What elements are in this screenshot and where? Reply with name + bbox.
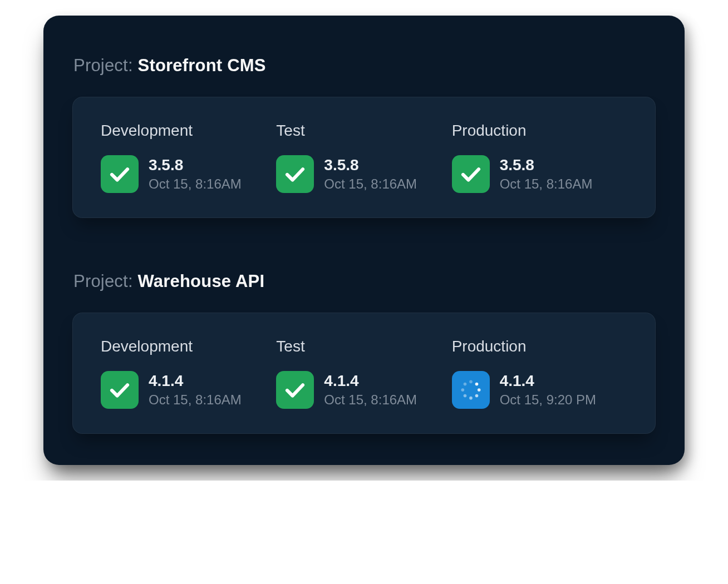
- env-development[interactable]: Development 4.1.4 Oct 15, 8:16AM: [101, 338, 276, 409]
- env-production[interactable]: Production 3.5.8 Oct 15, 8:16AM: [452, 122, 627, 193]
- env-version: 3.5.8: [149, 156, 242, 175]
- env-timestamp: Oct 15, 9:20 PM: [500, 391, 596, 408]
- env-version: 4.1.4: [149, 372, 242, 390]
- env-status-text: 3.5.8 Oct 15, 8:16AM: [149, 156, 242, 193]
- env-status-row: 4.1.4 Oct 15, 8:16AM: [276, 371, 451, 409]
- env-status-row: 4.1.4 Oct 15, 8:16AM: [101, 371, 276, 409]
- env-status-text: 3.5.8 Oct 15, 8:16AM: [500, 156, 593, 193]
- svg-point-4: [469, 397, 473, 400]
- env-status-row: 3.5.8 Oct 15, 8:16AM: [452, 155, 627, 193]
- env-timestamp: Oct 15, 8:16AM: [149, 175, 242, 192]
- env-version: 4.1.4: [500, 372, 596, 390]
- svg-point-2: [478, 388, 481, 392]
- env-status-text: 3.5.8 Oct 15, 8:16AM: [324, 156, 417, 193]
- env-version: 3.5.8: [500, 156, 593, 175]
- svg-point-7: [463, 383, 466, 386]
- env-label: Production: [452, 122, 627, 140]
- project-header: Project: Warehouse API: [72, 271, 656, 291]
- env-production[interactable]: Production: [452, 338, 627, 409]
- env-test[interactable]: Test 4.1.4 Oct 15, 8:16AM: [276, 338, 451, 409]
- env-status-text: 4.1.4 Oct 15, 8:16AM: [149, 372, 242, 409]
- svg-point-5: [463, 394, 466, 398]
- project-header: Project: Storefront CMS: [72, 56, 656, 76]
- project-prefix-label: Project:: [73, 271, 138, 291]
- deployments-panel: Project: Storefront CMS Development 3.5.…: [43, 16, 685, 465]
- spinner-icon: [452, 371, 490, 409]
- svg-point-6: [461, 388, 464, 392]
- project-block: Project: Storefront CMS Development 3.5.…: [72, 56, 656, 218]
- env-status-row: 3.5.8 Oct 15, 8:16AM: [276, 155, 451, 193]
- env-status-row: 4.1.4 Oct 15, 9:20 PM: [452, 371, 627, 409]
- svg-point-0: [469, 380, 473, 383]
- env-label: Development: [101, 122, 276, 140]
- check-icon: [276, 371, 314, 409]
- check-icon: [276, 155, 314, 193]
- env-timestamp: Oct 15, 8:16AM: [324, 175, 417, 192]
- project-block: Project: Warehouse API Development 4.1.4…: [72, 271, 656, 434]
- project-name: Storefront CMS: [138, 56, 266, 75]
- env-label: Production: [452, 338, 627, 355]
- env-version: 4.1.4: [324, 372, 417, 390]
- env-status-text: 4.1.4 Oct 15, 9:20 PM: [500, 372, 596, 409]
- env-timestamp: Oct 15, 8:16AM: [149, 391, 242, 408]
- env-timestamp: Oct 15, 8:16AM: [500, 175, 593, 192]
- env-development[interactable]: Development 3.5.8 Oct 15, 8:16AM: [101, 122, 276, 193]
- env-timestamp: Oct 15, 8:16AM: [324, 391, 417, 408]
- project-prefix-label: Project:: [73, 56, 138, 75]
- check-icon: [101, 371, 139, 409]
- check-icon: [101, 155, 139, 193]
- svg-point-1: [475, 383, 478, 386]
- environments-card: Development 3.5.8 Oct 15, 8:16AM Test: [72, 97, 656, 218]
- env-label: Test: [276, 338, 451, 355]
- svg-point-3: [475, 394, 478, 398]
- check-icon: [452, 155, 490, 193]
- project-name: Warehouse API: [138, 271, 265, 291]
- env-label: Development: [101, 338, 276, 355]
- env-status-text: 4.1.4 Oct 15, 8:16AM: [324, 372, 417, 409]
- env-version: 3.5.8: [324, 156, 417, 175]
- env-test[interactable]: Test 3.5.8 Oct 15, 8:16AM: [276, 122, 451, 193]
- environments-card: Development 4.1.4 Oct 15, 8:16AM Test: [72, 313, 656, 434]
- env-status-row: 3.5.8 Oct 15, 8:16AM: [101, 155, 276, 193]
- env-label: Test: [276, 122, 451, 140]
